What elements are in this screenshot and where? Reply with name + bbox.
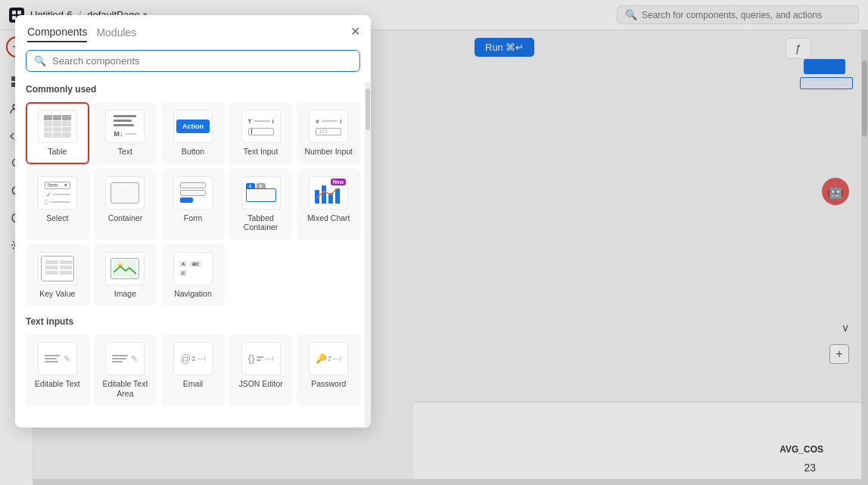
button-item-label: Button xyxy=(182,147,204,157)
component-item-jsoneditor[interactable]: {} —I JSON Editor xyxy=(229,334,293,406)
component-item-table[interactable]: Table xyxy=(26,102,89,164)
table-item-label: Table xyxy=(48,147,67,157)
modal-scrollbar-track[interactable] xyxy=(365,81,371,427)
text-inputs-section-title: Text inputs xyxy=(26,316,360,327)
modal-scrollbar-thumb[interactable] xyxy=(366,89,370,130)
mixedchart-icon: New xyxy=(309,176,348,210)
component-item-keyvalue[interactable]: Key Value xyxy=(26,244,89,306)
email-item-label: Email xyxy=(183,379,203,389)
image-icon xyxy=(105,252,145,285)
commonly-used-section-title: Commonly used xyxy=(26,84,360,95)
jsoneditor-item-label: JSON Editor xyxy=(238,379,282,389)
editabletextarea-item-label: Editable TextArea xyxy=(102,379,148,398)
search-icon: 🔍 xyxy=(34,55,46,67)
keyvalue-icon xyxy=(38,252,77,285)
component-item-text[interactable]: M↓ Text xyxy=(94,102,157,164)
container-item-label: Container xyxy=(108,213,143,223)
component-search-bar: 🔍 xyxy=(26,50,360,72)
navigation-icon: A BC C xyxy=(173,252,213,285)
component-item-select[interactable]: Item ▾ ✓ Select xyxy=(26,169,89,240)
component-item-navigation[interactable]: A BC C Navigation xyxy=(161,244,225,306)
editabletext-item-label: Editable Text xyxy=(35,379,80,389)
component-item-editabletextarea[interactable]: ✎ Editable TextArea xyxy=(94,334,157,406)
table-icon xyxy=(38,110,77,143)
text-icon: M↓ xyxy=(105,110,145,143)
select-item-label: Select xyxy=(46,213,68,223)
component-search-input[interactable] xyxy=(52,55,352,67)
tabbed-icon: A B xyxy=(241,176,281,210)
text-inputs-grid: ✎ Editable Text ✎ E xyxy=(26,334,360,406)
numinput-icon: # I 123 xyxy=(309,110,348,143)
component-item-button[interactable]: Action Button xyxy=(161,102,225,164)
password-icon: 🔑 —I xyxy=(309,342,348,375)
component-item-container[interactable]: Container xyxy=(94,169,157,240)
button-icon: Action xyxy=(173,110,213,143)
editabletextarea-icon: ✎ xyxy=(105,342,145,375)
commonly-used-grid: Table M↓ Text xyxy=(26,102,360,306)
close-button[interactable]: ✕ xyxy=(350,26,360,38)
mixedchart-item-label: Mixed Chart xyxy=(307,213,350,223)
component-item-tabbed[interactable]: A B TabbedContainer xyxy=(229,169,293,240)
component-item-mixedchart[interactable]: New Mixed Chart xyxy=(297,169,360,240)
component-item-image[interactable]: Image xyxy=(94,244,157,306)
component-item-form[interactable]: Form xyxy=(161,169,225,240)
component-item-numinput[interactable]: # I 123 Number Input xyxy=(297,102,360,164)
textinput-icon: T I xyxy=(241,110,281,143)
component-item-editabletext[interactable]: ✎ Editable Text xyxy=(26,334,89,406)
jsoneditor-icon: {} —I xyxy=(241,342,281,375)
modal-header: Components Modules ✕ xyxy=(15,15,371,50)
editabletext-icon: ✎ xyxy=(38,342,77,375)
text-item-label: Text xyxy=(118,147,132,157)
tabbed-item-label: TabbedContainer xyxy=(244,213,278,232)
email-icon: @ —I xyxy=(173,342,213,375)
container-icon xyxy=(105,176,145,210)
components-modal: Components Modules ✕ 🔍 Commonly used xyxy=(15,15,371,427)
numinput-item-label: Number Input xyxy=(304,147,353,157)
navigation-item-label: Navigation xyxy=(174,289,212,299)
textinput-item-label: Text Input xyxy=(244,147,278,157)
modal-body: Commonly used Table xyxy=(15,81,371,427)
tab-components[interactable]: Components xyxy=(27,26,87,42)
component-item-email[interactable]: @ —I Email xyxy=(161,334,225,406)
form-item-label: Form xyxy=(184,213,203,223)
image-item-label: Image xyxy=(114,289,136,299)
select-icon: Item ▾ ✓ xyxy=(38,176,77,210)
tab-modules[interactable]: Modules xyxy=(96,26,136,42)
component-item-password[interactable]: 🔑 —I Password xyxy=(297,334,360,406)
password-item-label: Password xyxy=(311,379,346,389)
form-icon xyxy=(173,176,213,210)
keyvalue-item-label: Key Value xyxy=(39,289,75,299)
component-item-textinput[interactable]: T I Text Input xyxy=(229,102,293,164)
